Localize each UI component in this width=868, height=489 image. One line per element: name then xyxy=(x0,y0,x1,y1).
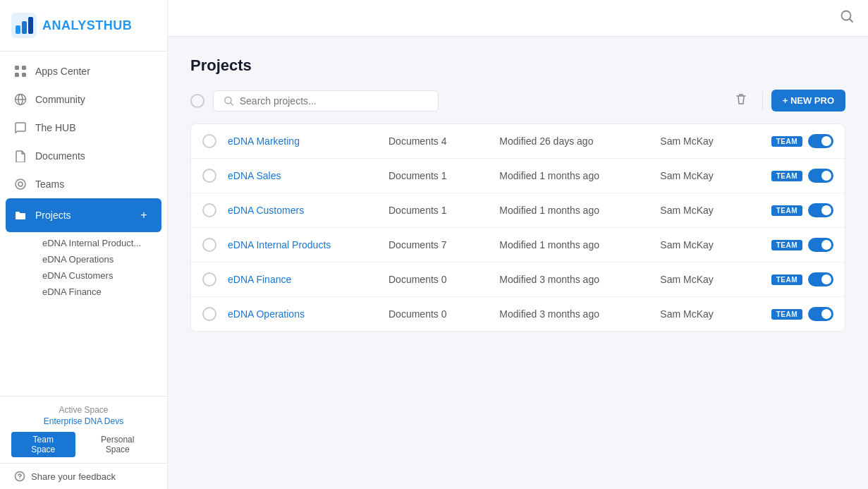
header-search-icon[interactable] xyxy=(840,9,854,27)
active-space-label: Active Space xyxy=(11,405,156,415)
project-name-0: eDNA Marketing xyxy=(228,135,377,147)
project-name-2: eDNA Customers xyxy=(228,204,377,217)
personal-space-button[interactable]: Personal Space xyxy=(80,432,156,457)
sidebar-item-community[interactable]: Community xyxy=(0,85,167,114)
project-actions-1: TEAM xyxy=(771,169,833,183)
sub-item-3[interactable]: eDNA Finance xyxy=(37,284,167,300)
project-modified-0: Modified 26 days ago xyxy=(499,135,649,147)
project-actions-4: TEAM xyxy=(771,272,833,286)
folder-icon xyxy=(14,209,27,222)
row-checkbox-4[interactable] xyxy=(202,272,216,286)
sidebar-item-apps-center[interactable]: Apps Center xyxy=(0,57,167,85)
project-owner-4: Sam McKay xyxy=(660,274,759,285)
active-space-section: Active Space Enterprise DNA Devs Team Sp… xyxy=(0,396,167,463)
row-checkbox-2[interactable] xyxy=(202,203,216,217)
main-content: Projects + NEW PRO xyxy=(168,0,868,489)
row-checkbox-0[interactable] xyxy=(202,134,216,148)
apps-center-label: Apps Center xyxy=(35,66,90,77)
search-input[interactable] xyxy=(240,95,428,107)
project-docs-1: Documents 1 xyxy=(389,170,488,181)
toolbar-left xyxy=(190,90,439,111)
row-checkbox-5[interactable] xyxy=(202,307,216,321)
page-title: Projects xyxy=(190,56,845,75)
project-docs-0: Documents 4 xyxy=(389,135,488,147)
team-badge-2: TEAM xyxy=(771,205,802,216)
svg-rect-2 xyxy=(22,21,27,34)
sub-item-1[interactable]: eDNA Operations xyxy=(37,251,167,267)
project-modified-5: Modified 3 months ago xyxy=(499,308,649,320)
sub-item-2[interactable]: eDNA Customers xyxy=(37,267,167,284)
add-project-button[interactable]: + xyxy=(135,206,153,224)
delete-button[interactable] xyxy=(728,89,754,112)
project-link-2[interactable]: eDNA Customers xyxy=(228,205,304,216)
space-buttons: Team Space Personal Space xyxy=(11,432,156,457)
team-badge-5: TEAM xyxy=(771,309,802,320)
sub-item-0[interactable]: eDNA Internal Product... xyxy=(37,235,167,251)
toggle-switch-3[interactable] xyxy=(808,238,833,252)
toggle-slider-3 xyxy=(808,238,833,252)
chat-icon xyxy=(14,121,27,134)
new-project-button[interactable]: + NEW PRO xyxy=(771,90,845,111)
logo-area: ANALYSTHUB xyxy=(0,0,167,52)
sidebar-item-the-hub[interactable]: The HUB xyxy=(0,114,167,142)
svg-line-16 xyxy=(850,19,852,22)
toggle-switch-4[interactable] xyxy=(808,272,833,286)
project-docs-2: Documents 1 xyxy=(389,205,488,216)
toggle-switch-2[interactable] xyxy=(808,203,833,217)
main-header xyxy=(168,0,868,37)
community-label: Community xyxy=(35,94,85,105)
table-row: eDNA Finance Documents 0 Modified 3 mont… xyxy=(191,262,845,297)
project-link-5[interactable]: eDNA Operations xyxy=(228,308,305,320)
toggle-switch-5[interactable] xyxy=(808,307,833,321)
search-icon xyxy=(224,95,234,107)
project-actions-3: TEAM xyxy=(771,238,833,252)
svg-point-14 xyxy=(19,478,20,479)
svg-rect-4 xyxy=(15,66,19,70)
search-box xyxy=(213,90,439,111)
project-owner-1: Sam McKay xyxy=(660,170,759,181)
active-space-name: Enterprise DNA Devs xyxy=(11,416,156,426)
hub-label: The HUB xyxy=(35,122,76,133)
team-space-button[interactable]: Team Space xyxy=(11,432,75,457)
toggle-slider-2 xyxy=(808,203,833,217)
sidebar-item-projects[interactable]: Projects + xyxy=(6,198,161,232)
project-docs-5: Documents 0 xyxy=(389,308,488,320)
logo-icon xyxy=(11,13,37,38)
row-checkbox-3[interactable] xyxy=(202,238,216,252)
toggle-switch-0[interactable] xyxy=(808,134,833,148)
table-row: eDNA Marketing Documents 4 Modified 26 d… xyxy=(191,124,845,159)
select-all-checkbox[interactable] xyxy=(190,94,204,108)
team-badge-0: TEAM xyxy=(771,136,802,147)
svg-rect-7 xyxy=(22,73,26,77)
logo-text: ANALYSTHUB xyxy=(42,18,132,33)
project-link-0[interactable]: eDNA Marketing xyxy=(228,135,300,147)
trash-icon xyxy=(734,92,748,106)
project-link-3[interactable]: eDNA Internal Products xyxy=(228,239,331,250)
sidebar-item-documents[interactable]: Documents xyxy=(0,142,167,170)
sidebar-item-teams[interactable]: Teams xyxy=(0,170,167,198)
project-name-5: eDNA Operations xyxy=(228,308,377,320)
projects-table: eDNA Marketing Documents 4 Modified 26 d… xyxy=(190,123,845,332)
project-link-4[interactable]: eDNA Finance xyxy=(228,274,291,285)
project-actions-0: TEAM xyxy=(771,134,833,148)
toggle-switch-1[interactable] xyxy=(808,169,833,183)
project-name-4: eDNA Finance xyxy=(228,273,377,286)
row-checkbox-1[interactable] xyxy=(202,169,216,183)
project-modified-2: Modified 1 months ago xyxy=(499,205,649,216)
project-modified-1: Modified 1 months ago xyxy=(499,170,649,181)
team-badge-3: TEAM xyxy=(771,240,802,250)
svg-rect-5 xyxy=(22,66,26,70)
team-badge-1: TEAM xyxy=(771,171,802,181)
feedback-item[interactable]: Share your feedback xyxy=(0,463,167,489)
table-row: eDNA Customers Documents 1 Modified 1 mo… xyxy=(191,193,845,228)
project-name-1: eDNA Sales xyxy=(228,169,377,182)
doc-icon xyxy=(14,150,27,162)
project-link-1[interactable]: eDNA Sales xyxy=(228,170,281,181)
toolbar-right: + NEW PRO xyxy=(728,89,845,112)
feedback-icon xyxy=(14,471,25,482)
toggle-slider-5 xyxy=(808,307,833,321)
table-row: eDNA Internal Products Documents 7 Modif… xyxy=(191,228,845,262)
project-owner-0: Sam McKay xyxy=(660,135,759,147)
project-owner-3: Sam McKay xyxy=(660,239,759,250)
toggle-slider-4 xyxy=(808,272,833,286)
